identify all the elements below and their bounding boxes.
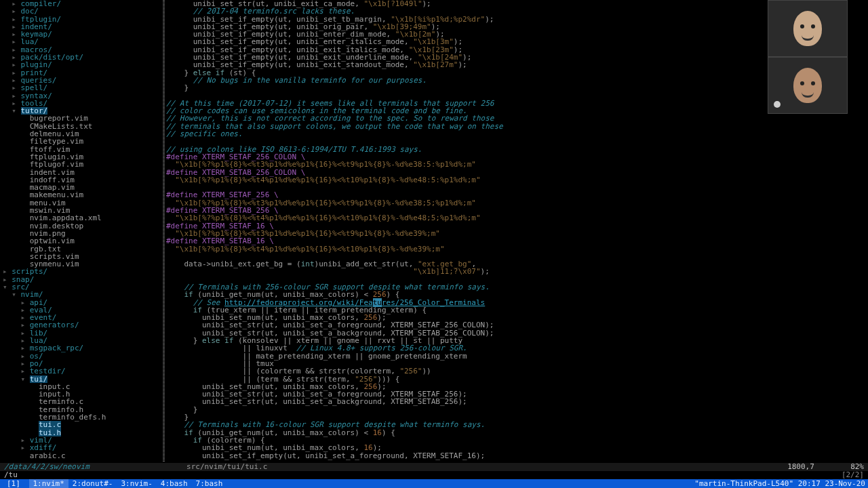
code-line: unibi_set_if_empty(ut, unibi_exit_stando… [166,61,766,68]
search-counter: [2/2] [842,471,864,479]
code-line: // terminals that also support colons, w… [166,123,766,130]
code-line: // No bugs in the vanilla terminfo for o… [166,77,766,84]
tree-file[interactable]: arabic.c [3,452,160,460]
code-line: "\x1b[%?%p1%{8}%<%t4%p1%d%e%p1%{16}%<%t1… [166,245,766,253]
tmux-tab[interactable]: 1:nvim* [29,479,68,488]
code-line: unibi_set_str(ut, unibi_set_a_background… [166,398,766,405]
tmux-tab[interactable]: 3:nvim- [117,479,156,488]
search-line[interactable]: /tu [2/2] [0,471,868,479]
file-tree[interactable]: ▸ compiler/ ▸ doc/ ▸ ftplugin/ ▸ indent/… [0,0,163,462]
code-line: // specific ones. [166,130,766,138]
code-line: "\x1b]11;?\x07"); [166,268,766,275]
tmux-tab[interactable]: 2:donut#- [68,479,117,488]
code-line: } [166,406,766,413]
status-line: /data/4/2/sw/neovim src/nvim/tui/tui.c 1… [0,463,868,471]
tmux-session: [1] [3,479,29,488]
search-query: /tu [4,471,18,479]
code-line: "\x1b[%?%p1%{8}%<%t4%p1%d%e%p1%{16}%<%t1… [166,176,766,184]
tmux-bar[interactable]: [1] 1:nvim*2:donut#-3:nvim-4:bash7:bash … [0,479,868,488]
webcam-stack [768,0,848,114]
tmux-tab[interactable]: 7:bash [192,479,227,488]
split-divider[interactable] [163,0,165,462]
code-editor[interactable]: unibi_set_str(ut, unibi_exit_ca_mode, "\… [166,0,766,462]
file-path: src/nvim/tui/tui.c [186,462,267,471]
webcam-1 [768,0,848,57]
tmux-right: "martin-ThinkPad-L540" 20:17 23-Nov-20 [694,480,865,487]
code-line: unibi_set_if_empty(ut, unibi_set_a_foreg… [166,452,766,460]
cursor-pos: 1800,7 [787,462,814,471]
tmux-tab[interactable]: 4:bash [157,479,192,488]
mic-icon [774,101,781,108]
code-line: } [166,84,766,92]
webcam-2 [768,57,848,114]
